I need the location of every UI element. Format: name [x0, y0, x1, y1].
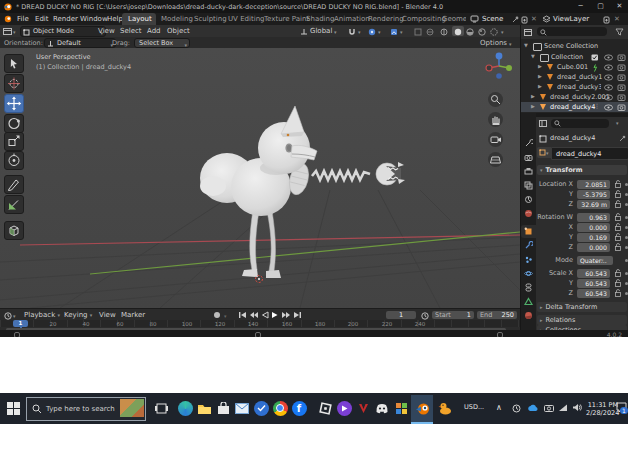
tab-rendering[interactable]: Rendering — [368, 15, 404, 23]
vp-menu-view[interactable]: View — [98, 27, 115, 35]
hide-eye-icon[interactable] — [604, 54, 613, 61]
action-center-icon[interactable]: 1 — [616, 402, 627, 413]
lock-icon[interactable] — [615, 243, 621, 251]
field-value[interactable]: -5.3795 — [577, 190, 610, 199]
expand-icon[interactable]: ▶ — [531, 93, 535, 99]
auto-keying-record-button[interactable] — [214, 312, 220, 318]
view-layer-name[interactable]: ViewLayer — [553, 15, 589, 23]
shading-caret[interactable]: ▾ — [501, 29, 504, 35]
rotation-mode-dropdown[interactable]: Quater... — [577, 256, 613, 265]
expand-icon[interactable]: ▶ — [531, 103, 535, 109]
outliner-row-cube001[interactable]: ▶ Cube.001 — [521, 62, 628, 72]
orientation-caret[interactable]: ▾ — [334, 29, 337, 35]
tray-expand-chevron[interactable]: ∧ — [496, 403, 502, 412]
shading-solid-icon[interactable] — [454, 28, 462, 36]
show-gizmo-icon[interactable] — [414, 28, 422, 36]
blender-taskbar-icon[interactable] — [413, 399, 431, 417]
tab-shading[interactable]: Shading — [306, 15, 334, 23]
lock-icon[interactable] — [615, 233, 621, 241]
menu-file[interactable]: File — [17, 15, 29, 23]
volume-icon[interactable] — [572, 403, 582, 412]
play-reverse-button[interactable] — [261, 311, 269, 319]
tray-update-icon[interactable] — [512, 404, 521, 413]
hide-eye-icon[interactable] — [604, 104, 613, 111]
outliner-editor-icon[interactable] — [524, 29, 532, 36]
object-name-field[interactable]: dread_ducky4 — [551, 147, 628, 160]
disable-render-camera-icon[interactable] — [617, 104, 626, 111]
tab-object[interactable] — [524, 227, 533, 236]
minimize-button[interactable]: ─ — [572, 0, 589, 13]
mail-icon[interactable] — [233, 399, 251, 417]
lock-icon[interactable] — [615, 223, 621, 231]
field-value[interactable]: 0.000 — [577, 243, 610, 252]
tab-scene[interactable] — [524, 195, 533, 204]
shading-rendered-icon[interactable] — [478, 28, 486, 36]
proportional-caret[interactable]: ▾ — [378, 29, 381, 35]
tab-compositing[interactable]: Compositing — [402, 15, 446, 23]
remove-view-layer-icon[interactable]: ✕ — [614, 15, 620, 23]
tool-transform[interactable] — [4, 151, 24, 170]
lock-icon[interactable] — [615, 289, 621, 297]
tool-measure[interactable] — [4, 195, 24, 214]
outliner-search-input[interactable] — [537, 27, 607, 36]
media-player-icon[interactable] — [335, 399, 353, 417]
tray-camera-icon[interactable] — [544, 404, 554, 412]
filter-icon[interactable] — [615, 28, 624, 36]
breadcrumb-object-name[interactable]: dread_ducky4 — [550, 134, 595, 142]
field-value[interactable]: 32.69 m — [577, 200, 610, 209]
timeline-menu-view[interactable]: View — [99, 311, 116, 319]
disable-render-camera-icon[interactable] — [617, 54, 626, 61]
navigation-gizmo[interactable] — [484, 51, 514, 81]
menu-window[interactable]: Window — [80, 15, 108, 23]
close-button[interactable]: ✕ — [611, 0, 628, 13]
outliner-row-dread-ducky4-selected[interactable]: ▶ dread_ducky4 ⋮ — [521, 102, 628, 112]
playhead-current-frame[interactable]: 1 — [13, 320, 28, 327]
orientation-dropdown[interactable]: Default ▾ — [44, 38, 116, 48]
falloff-caret[interactable]: ▾ — [400, 29, 403, 35]
snap-caret[interactable]: ▾ — [358, 29, 361, 35]
expand-icon[interactable]: ▶ — [538, 63, 542, 69]
show-overlays-icon[interactable] — [426, 28, 434, 36]
timeline-menu-keying[interactable]: Keying ▾ — [64, 311, 92, 319]
disable-render-camera-icon[interactable] — [617, 64, 626, 71]
duck-app-icon[interactable] — [436, 399, 454, 417]
tab-layout[interactable]: Layout — [128, 15, 152, 23]
shading-material-icon[interactable] — [466, 28, 474, 36]
timeline-editor-icon[interactable] — [4, 312, 12, 320]
properties-editor-icon[interactable] — [539, 120, 547, 127]
field-value[interactable]: 60.543 — [577, 269, 610, 278]
timeline-menu-playback[interactable]: Playback ▾ — [24, 311, 60, 319]
outliner-row-collection[interactable]: ▼ Collection — [521, 52, 628, 62]
tab-constraints[interactable] — [524, 283, 533, 292]
maximize-button[interactable]: ▢ — [592, 0, 609, 13]
viewport-canvas[interactable]: User Perspective (1) Collection | dread_… — [0, 48, 520, 308]
clock[interactable]: 11:31 PM 2/28/2024 — [586, 401, 618, 417]
camera-view-icon[interactable] — [488, 132, 503, 147]
hide-eye-icon[interactable] — [604, 74, 613, 81]
lock-icon[interactable] — [615, 213, 621, 221]
exclude-checkbox[interactable] — [591, 54, 599, 61]
use-preview-range-icon[interactable] — [421, 312, 429, 320]
tab-material[interactable] — [524, 311, 533, 320]
properties-filter-caret[interactable]: ▾ — [616, 120, 619, 126]
play-button[interactable] — [271, 311, 279, 319]
dread-deception-icon[interactable] — [354, 399, 372, 417]
tab-output[interactable] — [524, 167, 533, 176]
hide-eye-icon[interactable] — [604, 64, 613, 71]
outliner-row-dread-ducky2001[interactable]: ▶ dread_ducky2.001 — [521, 92, 628, 102]
tool-rotate[interactable] — [4, 114, 24, 133]
view-layer-icon[interactable] — [542, 15, 551, 23]
file-explorer-icon[interactable] — [195, 399, 213, 417]
facebook-icon[interactable]: f — [290, 399, 308, 417]
drag-dropdown[interactable]: Select Box ▾ — [134, 38, 190, 48]
next-keyframe-button[interactable] — [281, 311, 291, 319]
transform-section-header[interactable]: ▾Transform — [537, 165, 627, 175]
prev-keyframe-button[interactable] — [249, 311, 259, 319]
transform-orientation-icon[interactable] — [300, 28, 308, 35]
roblox-icon[interactable] — [316, 399, 334, 417]
tab-world[interactable] — [524, 209, 533, 218]
tool-annotate[interactable] — [4, 175, 24, 194]
jump-to-end-button[interactable] — [293, 311, 302, 319]
mode-selector[interactable]: Object Mode ▾ — [20, 26, 106, 37]
toggle-xray-icon[interactable] — [440, 28, 448, 36]
